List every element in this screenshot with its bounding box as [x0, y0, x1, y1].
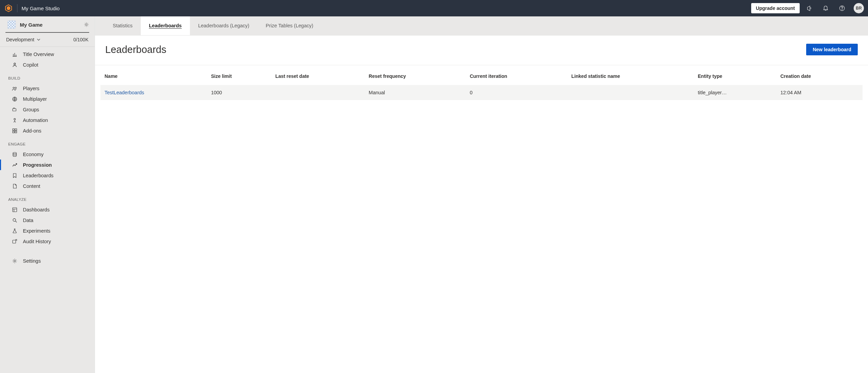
svg-point-6	[13, 87, 14, 88]
cell-linked-stat	[567, 85, 694, 100]
help-icon[interactable]	[835, 0, 849, 16]
svg-rect-14	[15, 131, 17, 133]
sidebar-item-title-overview[interactable]: Title Overview	[0, 49, 95, 59]
col-entity-type[interactable]: Entity type	[694, 65, 776, 85]
folders-icon	[12, 107, 17, 112]
svg-rect-18	[13, 240, 16, 243]
sidebar-item-multiplayer[interactable]: Multiplayer	[0, 94, 95, 104]
sidebar-item-data[interactable]: Data	[0, 215, 95, 225]
sidebar-item-label: Content	[23, 183, 40, 189]
table-row: TestLeaderboards 1000 Manual 0 title_pla…	[100, 85, 863, 100]
sidebar-item-progression[interactable]: Progression	[0, 160, 95, 170]
history-icon	[12, 238, 17, 244]
automation-icon	[12, 117, 17, 123]
tab-prize-tables-legacy[interactable]: Prize Tables (Legacy)	[258, 16, 321, 35]
leaderboards-table-wrap: Name Size limit Last reset date Reset fr…	[95, 65, 868, 100]
tab-bar: Statistics Leaderboards Leaderboards (Le…	[95, 16, 868, 36]
tab-statistics[interactable]: Statistics	[105, 16, 141, 35]
svg-point-15	[13, 152, 16, 154]
game-title[interactable]: My Game	[20, 22, 80, 28]
upgrade-account-button[interactable]: Upgrade account	[751, 3, 800, 13]
whats-new-icon[interactable]	[802, 0, 816, 16]
sidebar-item-players[interactable]: Players	[0, 83, 95, 94]
sidebar-item-groups[interactable]: Groups	[0, 104, 95, 115]
cell-entity-type: title_player…	[694, 85, 776, 100]
cell-reset-freq: Manual	[364, 85, 466, 100]
new-leaderboard-button[interactable]: New leaderboard	[806, 44, 858, 55]
sidebar-item-copilot[interactable]: Copilot	[0, 59, 95, 70]
file-icon	[12, 183, 17, 189]
col-linked-stat[interactable]: Linked statistic name	[567, 65, 694, 85]
svg-point-17	[13, 219, 16, 221]
sidebar: My Game Development 0/100K Tit	[0, 16, 95, 373]
logo-divider	[17, 4, 17, 12]
col-current-iter[interactable]: Current iteration	[466, 65, 567, 85]
sidebar-item-dashboards[interactable]: Dashboards	[0, 204, 95, 215]
bar-chart-icon	[12, 51, 17, 57]
sidebar-item-label: Automation	[23, 118, 48, 123]
sidebar-item-automation[interactable]: Automation	[0, 115, 95, 125]
sidebar-item-addons[interactable]: Add-ons	[0, 125, 95, 136]
sidebar-group-build: BUILD	[0, 70, 95, 83]
sidebar-item-label: Groups	[23, 107, 39, 112]
sidebar-item-experiments[interactable]: Experiments	[0, 225, 95, 236]
sidebar-item-label: Experiments	[23, 228, 51, 234]
sidebar-item-label: Dashboards	[23, 207, 50, 212]
bookmark-icon	[12, 172, 17, 178]
col-reset-freq[interactable]: Reset frequency	[364, 65, 466, 85]
sidebar-item-leaderboards[interactable]: Leaderboards	[0, 170, 95, 181]
svg-point-5	[14, 63, 15, 65]
settings-gear-icon	[12, 258, 17, 264]
sidebar-item-economy[interactable]: Economy	[0, 149, 95, 160]
sidebar-group-analyze: ANALYZE	[0, 191, 95, 204]
sidebar-item-label: Add-ons	[23, 128, 41, 134]
sidebar-item-settings[interactable]: Settings	[0, 255, 95, 266]
environment-selector[interactable]: Development	[6, 37, 41, 42]
svg-point-3	[842, 10, 842, 10]
search-icon	[12, 217, 17, 223]
tab-leaderboards[interactable]: Leaderboards	[141, 16, 190, 35]
studio-name[interactable]: My Game Studio	[22, 5, 60, 11]
quota-label: 0/100K	[73, 37, 88, 42]
chevron-down-icon	[37, 38, 41, 42]
cell-name[interactable]: TestLeaderboards	[100, 85, 207, 100]
cell-last-reset	[271, 85, 364, 100]
col-last-reset[interactable]: Last reset date	[271, 65, 364, 85]
playfab-logo-icon[interactable]	[4, 4, 13, 13]
svg-point-19	[14, 260, 15, 262]
top-bar-right: Upgrade account BR	[751, 0, 864, 16]
sidebar-item-label: Title Overview	[23, 52, 54, 57]
svg-point-4	[86, 24, 87, 26]
progression-trend-icon	[12, 162, 17, 168]
gear-icon[interactable]	[84, 22, 89, 27]
page-header: Leaderboards New leaderboard	[95, 36, 868, 65]
svg-rect-12	[15, 129, 17, 130]
sidebar-item-label: Copilot	[23, 62, 38, 68]
addons-grid-icon	[12, 128, 17, 134]
environment-label: Development	[6, 37, 35, 42]
svg-marker-1	[7, 6, 10, 10]
col-creation-date[interactable]: Creation date	[776, 65, 863, 85]
sidebar-item-content[interactable]: Content	[0, 181, 95, 191]
flask-icon	[12, 228, 17, 234]
user-avatar[interactable]: BR	[854, 3, 864, 13]
game-icon	[8, 20, 16, 29]
notifications-icon[interactable]	[819, 0, 832, 16]
tab-leaderboards-legacy[interactable]: Leaderboards (Legacy)	[190, 16, 258, 35]
economy-stack-icon	[12, 151, 17, 157]
dashboard-icon	[12, 207, 17, 212]
col-name[interactable]: Name	[100, 65, 207, 85]
sidebar-group-engage: ENGAGE	[0, 136, 95, 149]
game-header: My Game	[0, 16, 95, 32]
table-header-row: Name Size limit Last reset date Reset fr…	[100, 65, 863, 85]
sidebar-item-label: Economy	[23, 152, 43, 157]
sidebar-item-label: Audit History	[23, 239, 51, 244]
main-content: Statistics Leaderboards Leaderboards (Le…	[95, 16, 868, 373]
svg-rect-9	[13, 109, 16, 111]
col-size-limit[interactable]: Size limit	[207, 65, 271, 85]
environment-row: Development 0/100K	[0, 33, 95, 46]
svg-rect-11	[13, 129, 14, 130]
sidebar-item-audit-history[interactable]: Audit History	[0, 236, 95, 247]
players-icon	[12, 85, 17, 91]
globe-icon	[12, 96, 17, 102]
